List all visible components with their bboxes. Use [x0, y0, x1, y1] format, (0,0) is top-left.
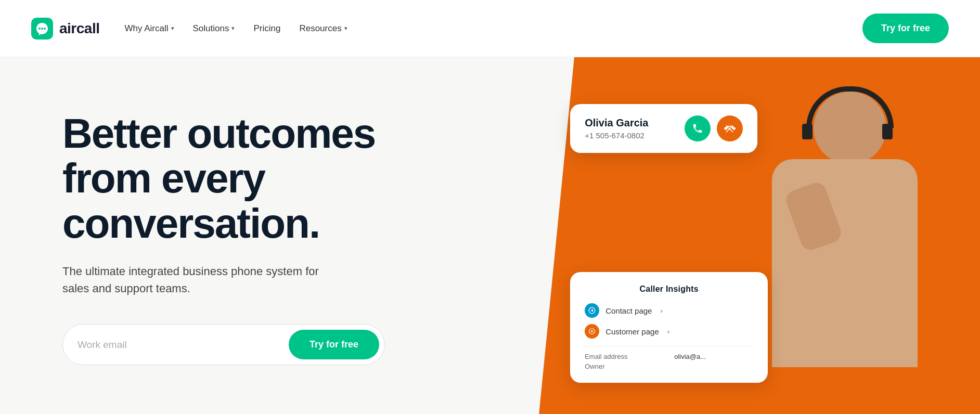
insights-card: Caller Insights Contact page ›	[570, 272, 768, 383]
phone-off-icon	[724, 123, 736, 134]
decline-call-button[interactable]	[717, 115, 743, 141]
insight-row-contact[interactable]: Contact page ›	[585, 303, 753, 318]
nav-item-solutions[interactable]: Solutions ▾	[193, 23, 235, 34]
email-value: olivia@a...	[674, 353, 753, 360]
hero-section: Better outcomes from every conversation.…	[0, 57, 980, 414]
circle-arrow-icon	[588, 307, 596, 314]
insight-details: Email address olivia@a... Owner	[585, 346, 753, 370]
contact-page-label: Contact page	[605, 306, 652, 315]
hero-left: Better outcomes from every conversation.…	[0, 57, 539, 414]
nav-item-pricing[interactable]: Pricing	[253, 23, 280, 34]
call-buttons	[685, 115, 743, 141]
contact-page-arrow: ›	[660, 307, 662, 315]
call-info: Olivia Garcia +1 505-674-0802	[585, 117, 674, 140]
nav-item-resources[interactable]: Resources ▾	[299, 23, 347, 34]
svg-point-2	[41, 28, 43, 30]
hero-subtext: The ultimate integrated business phone s…	[62, 263, 343, 297]
chevron-down-icon: ▾	[344, 25, 347, 32]
brand-name: aircall	[59, 20, 99, 37]
accept-call-button[interactable]	[685, 115, 711, 141]
hero-right: Olivia Garcia +1 505-674-0802	[539, 57, 980, 414]
call-card: Olivia Garcia +1 505-674-0802	[570, 104, 757, 153]
navbar-try-for-free-button[interactable]: Try for free	[862, 14, 949, 43]
customer-page-label: Customer page	[605, 327, 659, 336]
insight-row-customer[interactable]: Customer page ›	[585, 324, 753, 339]
svg-point-3	[44, 28, 46, 30]
navbar: aircall Why Aircall ▾ Solutions ▾ Pricin…	[0, 0, 980, 57]
contact-page-icon	[585, 303, 599, 318]
headphone-right-ear	[882, 124, 893, 139]
headphone-left-ear	[802, 124, 813, 139]
hero-heading: Better outcomes from every conversation.	[62, 111, 453, 246]
nav-left: aircall Why Aircall ▾ Solutions ▾ Pricin…	[31, 18, 347, 40]
customer-page-arrow: ›	[667, 328, 669, 335]
phone-icon	[692, 123, 703, 134]
svg-point-1	[38, 28, 41, 30]
chevron-down-icon: ▾	[231, 25, 235, 32]
hero-try-for-free-button[interactable]: Try for free	[289, 330, 379, 359]
nav-item-why-aircall[interactable]: Why Aircall ▾	[124, 23, 174, 34]
caller-number: +1 505-674-0802	[585, 131, 674, 140]
aircall-logo-icon	[31, 18, 53, 40]
email-label: Email address	[585, 353, 664, 360]
owner-label: Owner	[585, 363, 664, 370]
email-form: Try for free	[62, 324, 385, 365]
caller-name: Olivia Garcia	[585, 117, 674, 129]
chevron-down-icon: ▾	[171, 25, 174, 32]
svg-point-6	[591, 330, 593, 332]
headphone-arc	[806, 86, 894, 128]
hubspot-icon	[588, 328, 596, 335]
logo[interactable]: aircall	[31, 18, 99, 40]
nav-links: Why Aircall ▾ Solutions ▾ Pricing Resour…	[124, 23, 347, 34]
email-input[interactable]	[78, 339, 283, 351]
insights-title: Caller Insights	[585, 284, 753, 294]
owner-value	[674, 363, 753, 370]
customer-page-icon	[585, 324, 599, 339]
